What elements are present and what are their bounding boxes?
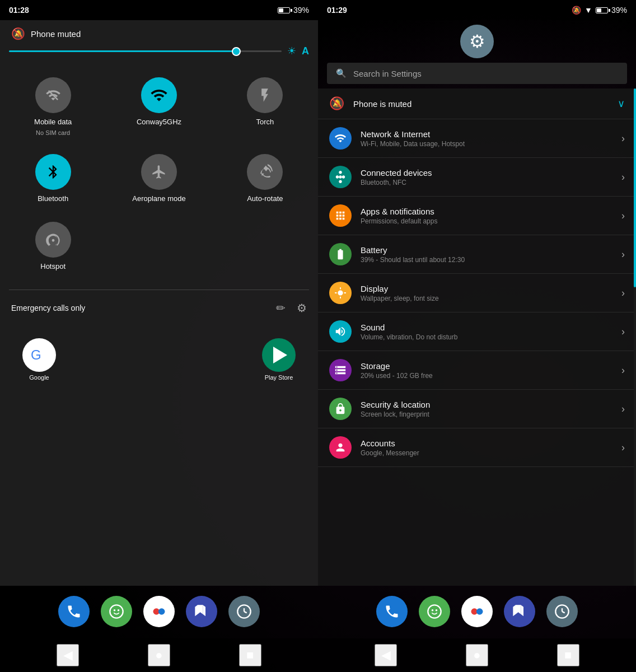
storage-chevron: › [621,365,625,376]
mobile-data-icon [35,77,71,113]
security-title: Security & location [361,400,612,409]
quick-settings-panel: 🔕 Phone muted ☀ A Mobile data No SIM car… [0,20,318,586]
dock-clock[interactable] [228,596,260,627]
left-dock: ◀ ● ■ [0,586,318,672]
wifi-label: Conway5GHz [137,118,181,127]
accounts-chevron: › [621,442,625,454]
settings-security[interactable]: Security & location Screen lock, fingerp… [318,390,636,428]
settings-apps[interactable]: Apps & notifications Permissions, defaul… [318,197,636,235]
sound-sub: Volume, vibration, Do not disturb [361,333,612,341]
settings-display[interactable]: Display Wallpaper, sleep, font size › [318,274,636,312]
brightness-slider[interactable] [9,50,282,52]
tile-hotspot[interactable]: Hotspot [0,213,106,281]
right-dock-facemoji[interactable] [419,596,450,627]
svg-marker-20 [521,605,523,616]
display-sub: Wallpaper, sleep, font size [361,295,612,302]
quick-tiles-grid: Mobile data No SIM card Conway5GHz Torch [0,64,318,285]
settings-storage[interactable]: Storage 20% used - 102 GB free › [318,351,636,390]
right-status-icons: 🔕 ▼ 39% [572,6,627,15]
app-google[interactable]: G Google [22,338,56,381]
phone-muted-text: Phone is muted [353,99,609,109]
tile-torch[interactable]: Torch [212,68,318,145]
settings-network[interactable]: Network & Internet Wi-Fi, Mobile, Data u… [318,119,636,158]
left-recent-button[interactable]: ■ [239,644,261,666]
right-battery-text: 39% [611,6,627,15]
sound-chevron: › [621,326,625,338]
playstore-app-label: Play Store [265,374,293,381]
app-playstore[interactable]: Play Store [262,338,296,381]
sound-icon-wrap [329,320,352,343]
settings-icon[interactable]: ⚙ [297,301,307,315]
display-chevron: › [621,287,625,299]
security-chevron: › [621,403,625,415]
right-dock-clock[interactable] [546,596,578,627]
connected-sub: Bluetooth, NFC [361,179,612,186]
home-apps-row: G Google Play Store [0,321,318,586]
battery-icon-wrap [329,243,352,265]
right-dock-phone[interactable] [376,596,408,627]
svg-marker-9 [203,605,205,616]
wifi-icon [141,77,177,113]
hotspot-icon [35,222,71,258]
security-text: Security & location Screen lock, fingerp… [361,400,612,418]
left-nav-bar: ◀ ● ■ [0,638,318,672]
left-panel: 01:28 39% 🔕 Phone muted ☀ A [0,0,318,672]
edit-icon[interactable]: ✏ [276,301,286,315]
apps-text: Apps & notifications Permissions, defaul… [361,207,612,225]
settings-accounts[interactable]: Accounts Google, Messenger › [318,428,636,467]
network-icon-wrap [329,127,352,150]
right-back-button[interactable]: ◀ [375,644,397,666]
left-time: 01:28 [9,6,29,15]
hotspot-label: Hotspot [40,262,66,272]
svg-marker-2 [273,347,287,363]
right-dock-maps[interactable] [504,596,535,627]
right-dock: ◀ ● ■ [318,586,636,672]
brightness-row[interactable]: ☀ A [0,45,318,64]
apps-title: Apps & notifications [361,207,612,216]
accounts-text: Accounts Google, Messenger [361,438,612,457]
svg-point-5 [118,609,120,612]
brightness-thumb[interactable] [232,47,241,56]
dock-maps[interactable] [186,596,217,627]
svg-marker-8 [198,605,203,614]
left-battery-fill [279,8,283,12]
network-sub: Wi-Fi, Mobile, Data usage, Hotspot [361,140,612,148]
google-app-icon: G [22,338,56,372]
bluetooth-label: Bluetooth [38,194,68,204]
scroll-thumb[interactable] [634,88,636,287]
dock-facemoji[interactable] [101,596,132,627]
qs-bottom-icons: ✏ ⚙ [276,301,307,315]
scroll-track [634,88,636,586]
tile-aeroplane[interactable]: Aeroplane mode [106,145,212,213]
right-home-button[interactable]: ● [466,644,488,666]
emergency-label: Emergency calls only [11,304,276,312]
autorotate-icon [247,154,283,190]
torch-icon [247,77,283,113]
dock-duo[interactable] [143,596,175,627]
left-dock-row [0,590,318,638]
phone-muted-row[interactable]: 🔕 Phone is muted ∨ [318,88,636,119]
dock-phone[interactable] [58,596,90,627]
left-battery-icon [278,7,290,13]
tile-wifi[interactable]: Conway5GHz [106,68,212,145]
right-dock-duo[interactable] [461,596,493,627]
network-chevron: › [621,133,625,144]
tile-bluetooth[interactable]: Bluetooth [0,145,106,213]
qs-bottom-bar: Emergency calls only ✏ ⚙ [0,295,318,321]
settings-connected[interactable]: Connected devices Bluetooth, NFC › [318,158,636,197]
settings-battery[interactable]: Battery 39% - Should last until about 12… [318,235,636,274]
right-panel: 01:29 🔕 ▼ 39% ⚙ 🔍 Search in Settings 🔕 P… [318,0,636,672]
left-home-button[interactable]: ● [148,644,170,666]
security-icon-wrap [329,398,352,420]
right-recent-button[interactable]: ■ [557,644,579,666]
svg-marker-19 [516,605,521,614]
tile-autorotate[interactable]: Auto-rotate [212,145,318,213]
tile-mobile-data[interactable]: Mobile data No SIM card [0,68,106,145]
right-nav-bar: ◀ ● ■ [318,638,636,672]
left-back-button[interactable]: ◀ [57,644,79,666]
battery-sub: 39% - Should last until about 12:30 [361,256,612,264]
settings-search-bar[interactable]: 🔍 Search in Settings [327,63,627,84]
svg-line-24 [562,612,565,613]
settings-header: ⚙ [318,20,636,58]
settings-sound[interactable]: Sound Volume, vibration, Do not disturb … [318,312,636,351]
